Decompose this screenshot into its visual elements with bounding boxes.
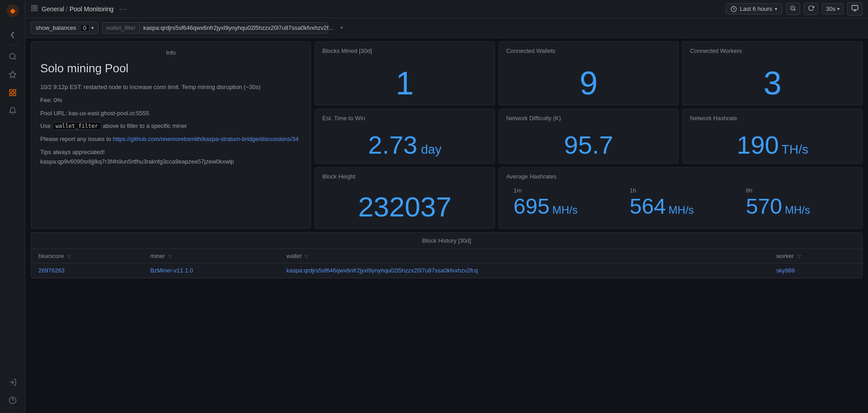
sidebar-divider-1 <box>5 45 20 46</box>
svg-rect-5 <box>9 89 12 92</box>
block-history-table: bluescore ▽ miner ▽ wallet ▽ worker ▽ <box>31 249 862 278</box>
hashrate-1m: 1m 695 MH/s <box>506 183 623 221</box>
dashboard-content: Info Solo mining Pool 10/2 9:12p EST: re… <box>25 38 868 413</box>
est-time-value: 2.73 <box>368 132 417 158</box>
network-hashrate-unit: TH/s <box>782 142 808 157</box>
wf-pre: Use <box>40 122 52 129</box>
svg-line-3 <box>14 58 15 59</box>
refresh-rate-select[interactable]: 30s ▾ <box>822 3 844 14</box>
hashrates-grid: 1m 695 MH/s 1h 564 MH/s <box>506 183 855 221</box>
network-hashrate-title: Network Hashrate <box>690 115 855 122</box>
worker-filter-icon: ▽ <box>797 254 801 259</box>
hashrate-1m-label: 1m <box>514 187 522 194</box>
sidebar-item-alerts[interactable] <box>5 103 21 119</box>
connected-wallets-value: 9 <box>506 58 671 99</box>
col-bluescore[interactable]: bluescore ▽ <box>31 249 143 263</box>
est-time-card: Est. Time to Win 2.73 day <box>315 109 495 164</box>
sidebar-item-starred[interactable] <box>5 66 21 83</box>
topbar-right: Last 6 hours ▾ 30s ▾ <box>726 2 863 16</box>
connected-wallets-card: Connected Wallets 9 <box>499 42 679 105</box>
svg-line-18 <box>794 9 796 11</box>
block-height-card: Block Height 232037 <box>315 167 495 229</box>
worker-link[interactable]: sky888 <box>776 267 795 274</box>
svg-marker-4 <box>9 71 16 78</box>
hashrate-1h-label: 1h <box>630 187 636 194</box>
cell-miner: BzMiner-v11.1.0 <box>143 263 279 278</box>
info-section-title: Info <box>40 49 302 56</box>
blocks-mined-title: Blocks Mined [30d] <box>322 47 487 54</box>
svg-rect-13 <box>35 5 37 8</box>
info-pool-url: Pool URL: kas-us-east.ghost-pool.io:5555 <box>40 109 302 118</box>
hashrate-6h-label: 6h <box>746 187 752 194</box>
refresh-rate-label: 30s <box>826 5 835 12</box>
block-history-section: Block History [30d] bluescore ▽ miner ▽ <box>31 232 863 278</box>
tv-mode-button[interactable] <box>847 2 863 16</box>
topbar: General / Pool Monitoring ⋯ Last 6 hours… <box>25 0 868 18</box>
sidebar-item-help[interactable] <box>5 392 21 408</box>
sidebar-collapse-btn[interactable]: ❮ <box>5 26 21 42</box>
pool-name: Solo mining Pool <box>40 61 302 75</box>
wallet-filter-wrap[interactable]: wallet_filter kaspa:qrdjrs5sf646qwx6nfr2… <box>102 22 328 33</box>
est-time-title: Est. Time to Win <box>322 115 487 122</box>
tips-label: Tips always appreciated! <box>40 149 105 155</box>
dashboard-grid: Info Solo mining Pool 10/2 9:12p EST: re… <box>31 42 863 229</box>
network-difficulty-card: Network Difficulty (K) 95.7 <box>499 109 679 164</box>
wallet-filter-icon: ▽ <box>305 254 308 259</box>
app-logo[interactable]: ◆ <box>5 4 20 18</box>
block-history-table-wrap: bluescore ▽ miner ▽ wallet ▽ worker ▽ <box>31 249 862 278</box>
sidebar: ◆ ❮ <box>0 0 25 413</box>
info-wallet-filter-instructions: Use wallet_filter above to filter to a s… <box>40 122 302 131</box>
info-report-issues: Please report any issues to https://gith… <box>40 135 302 144</box>
network-hashrate-value: 190 <box>736 132 778 158</box>
col-wallet[interactable]: wallet ▽ <box>279 249 769 263</box>
wallet-filter-value: kaspa:qrdjrs5sf646qwx6nfr2jyxl9ynyhqu02l… <box>140 23 337 33</box>
bluescore-filter-icon: ▽ <box>67 254 71 259</box>
time-range-button[interactable]: Last 6 hours ▾ <box>726 3 782 14</box>
wallet-filter-chevron: ▾ <box>337 25 347 31</box>
wallet-link[interactable]: kaspa:qrdjrs5sf646qwx6nfr2jyxl9ynyhqu02l… <box>287 267 478 274</box>
zoom-out-button[interactable] <box>786 3 800 15</box>
share-icon[interactable]: ⋯ <box>119 4 127 14</box>
miner-filter-icon: ▽ <box>168 254 172 259</box>
average-hashrates-title: Average Hashrates <box>506 173 855 180</box>
time-range-label: Last 6 hours <box>740 5 772 12</box>
info-notice: 10/2 9:12p EST: restarted node to increa… <box>40 83 302 92</box>
svg-rect-12 <box>32 5 34 8</box>
svg-rect-14 <box>32 9 34 11</box>
wf-post: above to filter to a specific miner <box>101 122 187 129</box>
hashrate-6h: 6h 570 MH/s <box>739 183 855 221</box>
wallet-filter-code: wallet_filter <box>52 122 101 130</box>
sidebar-item-signin[interactable] <box>5 374 21 390</box>
est-time-unit: day <box>421 142 441 157</box>
col-miner[interactable]: miner ▽ <box>143 249 279 263</box>
cell-wallet: kaspa:qrdjrs5sf646qwx6nfr2jyxl9ynyhqu02l… <box>279 263 769 278</box>
pool-url-label: Pool URL: <box>40 110 69 117</box>
blocks-mined-value: 1 <box>322 58 487 99</box>
svg-rect-20 <box>852 5 858 9</box>
breadcrumb: General / Pool Monitoring ⋯ <box>31 4 127 14</box>
hashrate-6h-value: 570 <box>746 196 782 217</box>
cell-worker: sky888 <box>769 263 862 278</box>
col-worker[interactable]: worker ▽ <box>769 249 862 263</box>
network-diff-value: 95.7 <box>506 125 671 158</box>
sidebar-item-search[interactable] <box>5 48 21 65</box>
breadcrumb-separator: / <box>66 5 68 13</box>
sidebar-item-dashboards[interactable] <box>5 84 21 101</box>
breadcrumb-current: Pool Monitoring <box>70 5 113 13</box>
connected-workers-value: 3 <box>690 58 855 99</box>
miner-link[interactable]: BzMiner-v11.1.0 <box>150 267 193 274</box>
breadcrumb-home[interactable]: General <box>42 5 64 13</box>
svg-point-2 <box>9 53 15 59</box>
bluescore-link[interactable]: 26976263 <box>38 267 65 274</box>
connected-wallets-title: Connected Wallets <box>506 47 671 54</box>
table-row: 26976263 BzMiner-v11.1.0 kaspa:qrdjrs5sf… <box>31 263 862 278</box>
block-history-title: Block History [30d] <box>31 233 862 249</box>
show-balances-filter[interactable]: show_balances 0 ▾ <box>31 22 99 34</box>
report-link[interactable]: https://github.com/onemorebsmith/kaspa-s… <box>113 136 298 142</box>
network-hashrate-card: Network Hashrate 190 TH/s <box>682 109 863 164</box>
block-height-value: 232037 <box>322 183 487 223</box>
tips-address: kaspa:qp9v6090sr8jjlkq7r3f4h9un5rtfhu3ra… <box>40 158 234 165</box>
info-fee: Fee: 0% <box>40 96 302 105</box>
hashrate-1h-unit: MH/s <box>669 204 694 216</box>
refresh-button[interactable] <box>804 3 818 15</box>
